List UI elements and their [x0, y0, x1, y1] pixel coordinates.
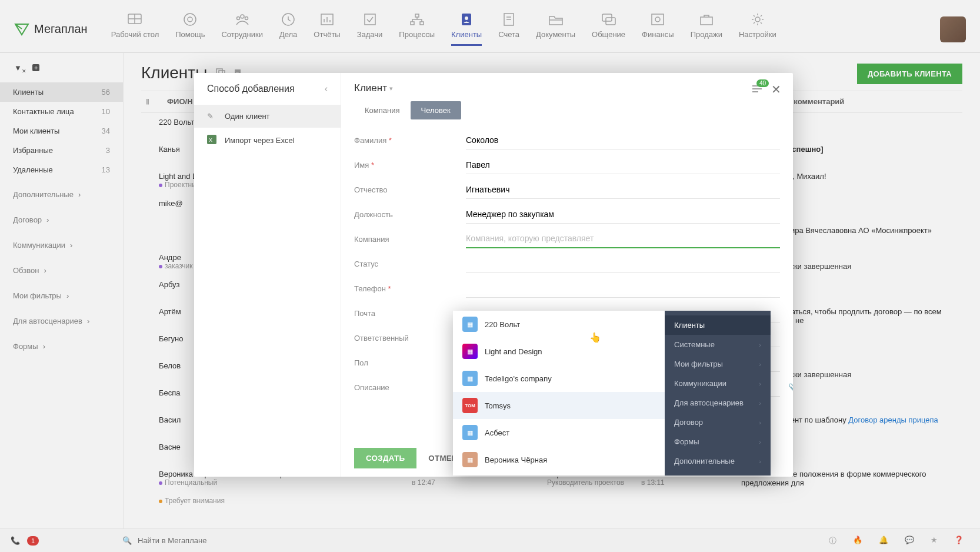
- excel-small-icon: X: [207, 135, 218, 146]
- pencil-icon: ✎: [207, 112, 218, 121]
- company-dropdown: ▦220 Вольт▦Light and Design▦Tedeligo's c…: [453, 311, 771, 475]
- dropdown-item[interactable]: ▦Асбест: [453, 419, 665, 446]
- label-patronymic: Отчество: [354, 185, 466, 194]
- input-surname[interactable]: [466, 131, 780, 149]
- modal-form-panel: Клиент ▾ ✕ Компания Человек Фамилия * Им…: [341, 73, 793, 477]
- attach-icon[interactable]: 📎: [788, 383, 793, 392]
- dropdown-category[interactable]: Формы›: [665, 432, 771, 451]
- list-badge-icon[interactable]: [751, 84, 763, 95]
- dropdown-category[interactable]: Коммуникации›: [665, 374, 771, 393]
- label-responsible: Ответственный: [354, 334, 466, 342]
- dropdown-item[interactable]: ▦Tedeligo's company: [453, 365, 665, 392]
- dropdown-item[interactable]: TOMTomsys: [453, 392, 665, 419]
- method-excel[interactable]: XИмпорт через Excel: [194, 128, 341, 153]
- label-status: Статус: [354, 260, 466, 268]
- dropdown-category[interactable]: Системные›: [665, 335, 771, 354]
- input-phone[interactable]: [466, 280, 780, 298]
- label-name: Имя *: [354, 161, 466, 169]
- dropdown-item[interactable]: ▦ДООЛ "Зелёный мыс": [453, 473, 665, 475]
- dropdown-category[interactable]: Договор›: [665, 413, 771, 432]
- tab-company[interactable]: Компания: [354, 101, 411, 119]
- input-position[interactable]: [466, 205, 780, 224]
- label-surname: Фамилия *: [354, 136, 466, 145]
- method-single[interactable]: ✎Один клиент: [194, 105, 341, 128]
- add-client-modal: Способ добавления‹ ✎Один клиент XИмпорт …: [194, 73, 793, 477]
- label-description: Описание: [354, 383, 466, 392]
- modal-method-title: Способ добавления: [207, 84, 295, 94]
- label-company: Компания: [354, 235, 466, 244]
- input-patronymic[interactable]: [466, 181, 780, 199]
- dropdown-item[interactable]: ▦Light and Design: [453, 338, 665, 365]
- dropdown-category[interactable]: Клиенты: [665, 315, 771, 335]
- dropdown-category[interactable]: Дополнительные›: [665, 451, 771, 471]
- modal-method-panel: Способ добавления‹ ✎Один клиент XИмпорт …: [194, 73, 341, 477]
- tab-person[interactable]: Человек: [411, 101, 461, 119]
- label-phone: Телефон *: [354, 284, 466, 293]
- label-gender: Пол: [354, 358, 466, 367]
- input-name[interactable]: [466, 156, 780, 174]
- input-status[interactable]: [466, 255, 780, 273]
- dropdown-item[interactable]: ▦220 Вольт: [453, 311, 665, 338]
- collapse-icon[interactable]: ‹: [325, 84, 328, 94]
- label-position: Должность: [354, 210, 466, 219]
- label-email: Почта: [354, 309, 466, 318]
- svg-text:X: X: [209, 137, 212, 143]
- dropdown-category[interactable]: Для автосценариев›: [665, 393, 771, 413]
- create-button[interactable]: СОЗДАТЬ: [354, 448, 416, 468]
- dropdown-item[interactable]: ▦Вероника Чёрная: [453, 446, 665, 473]
- dropdown-category[interactable]: Мои фильтры›: [665, 354, 771, 374]
- modal-title[interactable]: Клиент ▾: [354, 82, 393, 94]
- close-modal-icon[interactable]: ✕: [771, 82, 781, 97]
- input-company[interactable]: [466, 230, 780, 248]
